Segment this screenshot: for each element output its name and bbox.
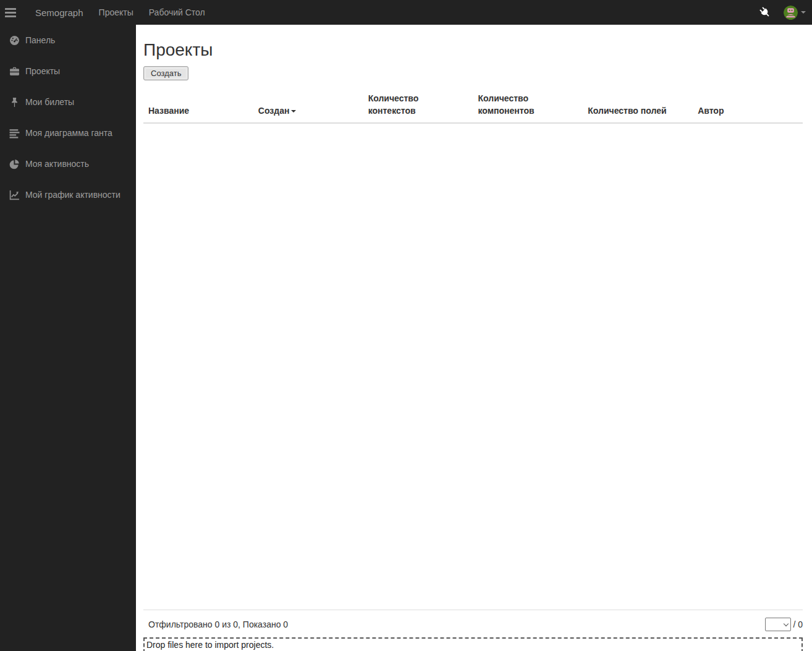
import-dropzone[interactable]: Drop files here to import projects. bbox=[143, 637, 803, 651]
pagination: / 0 bbox=[765, 618, 803, 631]
main-content: Проекты Создать Название Создан Количест… bbox=[136, 25, 812, 651]
create-button[interactable]: Создать bbox=[143, 66, 188, 80]
table-header-row: Название Создан Количество контекстов Ко… bbox=[143, 88, 803, 123]
column-header-fields-count[interactable]: Количество полей bbox=[583, 88, 693, 123]
caret-down-icon bbox=[801, 11, 806, 14]
topbar: Semograph Проекты Рабочий Стол bbox=[0, 0, 812, 25]
gantt-icon bbox=[8, 128, 21, 138]
sidebar: Панель Проекты Мои билеты bbox=[0, 25, 136, 651]
topnav-item-projects[interactable]: Проекты bbox=[99, 7, 133, 17]
briefcase-icon bbox=[8, 66, 21, 77]
sidebar-item-label: Проекты bbox=[25, 66, 60, 76]
sidebar-item-label: Панель bbox=[25, 35, 55, 45]
page-select[interactable] bbox=[765, 618, 791, 631]
column-header-created[interactable]: Создан bbox=[253, 88, 363, 123]
page-title: Проекты bbox=[143, 40, 803, 60]
table-footer: Отфильтровано 0 из 0, Показано 0 / 0 bbox=[143, 610, 803, 631]
sidebar-item-activity[interactable]: Моя активность bbox=[0, 148, 136, 179]
column-header-author[interactable]: Автор bbox=[693, 88, 803, 123]
empty-table-area bbox=[143, 124, 803, 610]
pin-icon bbox=[8, 97, 21, 108]
sidebar-item-tickets[interactable]: Мои билеты bbox=[0, 87, 136, 117]
sort-desc-icon bbox=[291, 110, 296, 113]
column-header-components-count[interactable]: Количество компонентов bbox=[473, 88, 583, 123]
sidebar-item-label: Моя активность bbox=[25, 159, 89, 169]
column-header-name[interactable]: Название bbox=[143, 88, 253, 123]
sidebar-item-label: Мой график активности bbox=[25, 190, 121, 200]
pie-chart-icon bbox=[8, 159, 21, 169]
line-chart-icon bbox=[8, 190, 21, 200]
gauge-icon bbox=[8, 35, 21, 46]
sidebar-item-label: Мои билеты bbox=[25, 97, 74, 107]
sidebar-item-gantt[interactable]: Моя диаграмма ганта bbox=[0, 117, 136, 148]
topbar-right bbox=[759, 6, 812, 20]
filter-summary: Отфильтровано 0 из 0, Показано 0 bbox=[148, 619, 288, 629]
sidebar-item-dashboard[interactable]: Панель bbox=[0, 25, 136, 56]
page-total: / 0 bbox=[793, 619, 803, 629]
projects-table: Название Создан Количество контекстов Ко… bbox=[143, 88, 803, 124]
brand-link[interactable]: Semograph bbox=[35, 7, 83, 18]
sidebar-item-activity-chart[interactable]: Мой график активности bbox=[0, 179, 136, 210]
column-header-contexts-count[interactable]: Количество контекстов bbox=[363, 88, 473, 123]
sidebar-item-projects[interactable]: Проекты bbox=[0, 56, 136, 87]
plug-icon[interactable] bbox=[759, 7, 771, 18]
avatar bbox=[784, 6, 798, 20]
topnav-item-desktop[interactable]: Рабочий Стол bbox=[149, 7, 205, 17]
user-menu[interactable] bbox=[784, 6, 806, 20]
sidebar-item-label: Моя диаграмма ганта bbox=[25, 128, 112, 138]
hamburger-menu-icon[interactable] bbox=[0, 7, 22, 18]
